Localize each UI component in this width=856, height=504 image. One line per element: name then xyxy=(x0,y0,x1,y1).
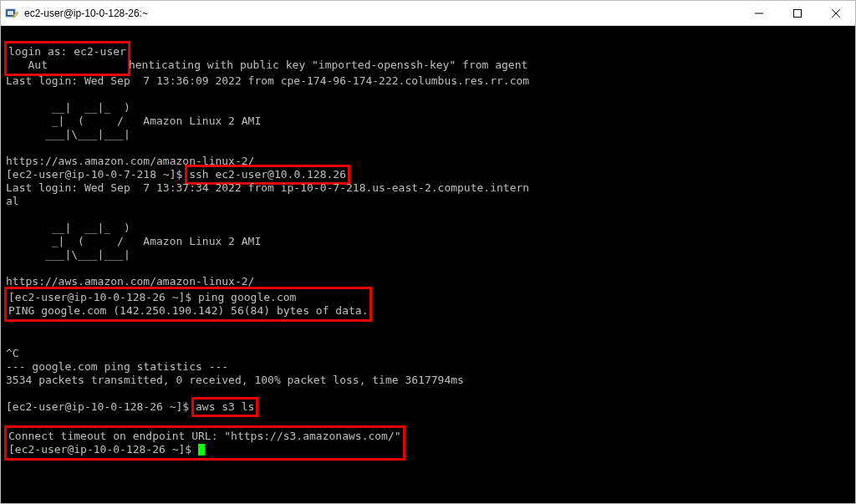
cursor xyxy=(198,444,205,456)
prompt3-prefix: [ec2-user@ip-10-0-128-26 ~]$ xyxy=(6,400,196,413)
auth-line-b: henticating with public key "imported-op… xyxy=(129,59,527,71)
highlight-aws-cmd: aws s3 ls xyxy=(194,400,256,415)
url1: https://aws.amazon.com/amazon-linux-2/ xyxy=(6,155,254,167)
blank xyxy=(6,414,13,426)
highlight-ping: [ec2-user@ip-10-0-128-26 ~]$ ping google… xyxy=(4,287,372,322)
highlight-login: login as: ec2-user Aut xyxy=(4,41,130,76)
blank xyxy=(6,141,13,154)
url2: https://aws.amazon.com/amazon-linux-2/ xyxy=(6,275,254,288)
prompt-ssh: [ec2-user@ip-10-0-7-218 ~]$ ssh ec2-user… xyxy=(6,168,346,181)
maximize-button[interactable] xyxy=(778,1,817,26)
ascii2-l1: __| __|_ ) xyxy=(6,221,130,234)
prompt1-prefix: [ec2-user@ip-10-0-7-218 ~]$ xyxy=(6,168,189,181)
highlight-ssh-cmd: ssh ec2-user@10.0.128.26 xyxy=(187,167,348,182)
ascii2-l3: ___|\___|___| xyxy=(6,248,130,261)
blank xyxy=(6,262,13,274)
prompt-aws: [ec2-user@ip-10-0-128-26 ~]$ aws s3 ls xyxy=(6,400,254,413)
prompt4-text: [ec2-user@ip-10-0-128-26 ~]$ xyxy=(8,443,198,456)
ascii1-l1: __| __|_ ) xyxy=(6,101,130,114)
ascii2-l2: _| ( / Amazon Linux 2 AMI xyxy=(6,235,261,247)
svg-rect-1 xyxy=(8,11,13,15)
blank xyxy=(6,208,13,221)
stats-line: 3534 packets transmitted, 0 received, 10… xyxy=(6,374,464,386)
titlebar[interactable]: ec2-user@ip-10-0-128-26:~ xyxy=(1,1,855,26)
stats-hdr: --- google.com ping statistics --- xyxy=(6,360,228,373)
blank xyxy=(6,88,13,100)
auth-line-a: Aut xyxy=(8,59,48,71)
highlight-timeout: Connect timeout on endpoint URL: "https:… xyxy=(4,425,405,461)
minimize-button[interactable] xyxy=(740,1,778,26)
login-line: login as: ec2-user xyxy=(8,45,126,58)
ping-header: PING google.com (142.250.190.142) 56(84)… xyxy=(8,304,368,317)
window-title: ec2-user@ip-10-0-128-26:~ xyxy=(23,8,740,19)
putty-window: ec2-user@ip-10-0-128-26:~ login as: ec2-… xyxy=(0,0,856,504)
blank xyxy=(6,333,13,346)
svg-rect-3 xyxy=(794,9,802,17)
ascii1-l3: ___|\___|___| xyxy=(6,128,130,140)
blank xyxy=(6,320,13,333)
last-login-1: Last login: Wed Sep 7 13:36:09 2022 from… xyxy=(6,74,529,87)
ascii1-l2: _| ( / Amazon Linux 2 AMI xyxy=(6,115,261,127)
prompt-ping: [ec2-user@ip-10-0-128-26 ~]$ ping google… xyxy=(8,291,296,303)
ctrl-c: ^C xyxy=(6,347,19,359)
al-wrap: al xyxy=(6,195,19,207)
blank xyxy=(6,387,13,400)
terminal[interactable]: login as: ec2-user Authenticating with p… xyxy=(1,26,855,503)
prompt4: [ec2-user@ip-10-0-128-26 ~]$ xyxy=(8,443,205,456)
putty-icon xyxy=(1,7,23,20)
last-login-2: Last login: Wed Sep 7 13:37:34 2022 from… xyxy=(6,181,529,194)
close-button[interactable] xyxy=(817,1,855,26)
timeout-line: Connect timeout on endpoint URL: "https:… xyxy=(8,430,401,442)
